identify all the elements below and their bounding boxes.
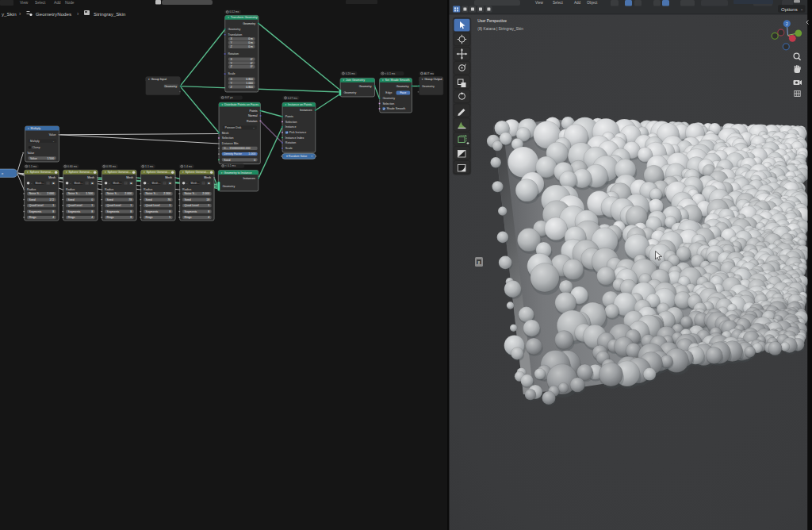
svg-text:0 m: 0 m	[248, 41, 253, 44]
svg-text:0 m: 0 m	[248, 45, 253, 48]
svg-text:⌄: ⌄	[800, 6, 803, 11]
svg-text:Transform Geometry: Transform Geometry	[231, 16, 258, 19]
svg-text:Rings: Rings	[185, 216, 192, 219]
svg-text:View: View	[535, 1, 544, 5]
svg-text:Mesh: Mesh	[87, 176, 94, 179]
svg-text:Points: Points	[285, 115, 293, 118]
svg-text:Sphere Generat…: Sphere Generat…	[147, 171, 170, 174]
svg-text:Options: Options	[781, 7, 798, 12]
svg-text:Value: Value	[49, 133, 56, 136]
svg-text:Geometry: Geometry	[359, 85, 372, 88]
svg-text:Group Output: Group Output	[424, 78, 442, 81]
svg-text:0.27 ms: 0.27 ms	[288, 97, 297, 100]
svg-text:8: 8	[478, 260, 481, 265]
svg-text:Mesh…: Mesh…	[152, 182, 161, 185]
svg-text:Multiply: Multiply	[30, 140, 40, 143]
svg-text:18: 18	[206, 198, 209, 202]
svg-text:Rotation: Rotation	[228, 52, 239, 56]
svg-text:Rings: Rings	[68, 216, 75, 219]
svg-text:Seed: Seed	[185, 198, 191, 202]
svg-text:Instance Index: Instance Index	[285, 136, 304, 140]
svg-text:Scale: Scale	[228, 72, 236, 75]
svg-text:Distribute Points on Faces: Distribute Points on Faces	[224, 103, 259, 106]
svg-text:Geometry: Geometry	[223, 185, 236, 188]
svg-text:4: 4	[91, 216, 93, 219]
svg-text:< 0.1 ms: < 0.1 ms	[225, 164, 236, 167]
svg-text:Group Input: Group Input	[151, 78, 167, 81]
svg-text:Quad Level: Quad Level	[107, 204, 121, 207]
svg-text:4: 4	[52, 216, 54, 219]
svg-text:1: 1	[208, 204, 209, 207]
svg-text:Segments: Segments	[185, 210, 197, 213]
svg-text:Clamp: Clamp	[33, 146, 40, 149]
svg-text:AUT ms: AUT ms	[424, 72, 434, 75]
svg-text:Segments: Segments	[146, 210, 159, 213]
svg-text:0: 0	[91, 198, 93, 202]
svg-text:Join Geometry: Join Geometry	[346, 79, 365, 82]
svg-text:Selection: Selection	[382, 102, 394, 106]
svg-text:Selection: Selection	[285, 121, 297, 124]
svg-text:8: 8	[169, 210, 170, 213]
svg-text:User Perspective: User Perspective	[477, 19, 507, 23]
svg-text:Select: Select	[35, 1, 46, 5]
svg-text:1: 1	[130, 204, 132, 207]
svg-text:607 µs: 607 µs	[225, 96, 234, 99]
svg-text:Seed: Seed	[68, 198, 75, 202]
svg-text:⌄: ⌄	[252, 126, 255, 129]
svg-text:Quad Level: Quad Level	[68, 204, 82, 207]
svg-text:y_Skin: y_Skin	[2, 11, 17, 17]
svg-text:172: 172	[49, 198, 54, 202]
svg-text:Geometry: Geometry	[396, 85, 409, 88]
svg-text:Quad Level: Quad Level	[185, 204, 199, 207]
svg-text:Segments: Segments	[107, 210, 120, 213]
svg-text:0.800: 0.800	[246, 78, 253, 81]
svg-text:0.60 ms: 0.60 ms	[67, 165, 77, 168]
svg-text:8: 8	[130, 210, 132, 213]
svg-text:Noise S…: Noise S…	[107, 192, 120, 195]
svg-text:5: 5	[169, 216, 170, 219]
svg-text:D… 1500000000.000: D… 1500000000.000	[224, 147, 250, 150]
svg-text:Quad Level: Quad Level	[29, 204, 44, 207]
svg-text:Geometry: Geometry	[422, 85, 435, 88]
svg-text:Radius: Radius	[182, 188, 191, 191]
svg-text:□: □	[86, 182, 88, 185]
svg-text:Pick Instance: Pick Instance	[289, 131, 306, 134]
svg-text:Shade Smooth: Shade Smooth	[386, 107, 405, 110]
svg-text:Radius: Radius	[105, 188, 113, 191]
svg-text:▾ Random Value: ▾ Random Value	[286, 155, 307, 158]
svg-text:Mesh: Mesh	[165, 176, 172, 179]
svg-text:Mesh…: Mesh…	[191, 182, 200, 185]
svg-text:Geometry: Geometry	[228, 28, 241, 31]
svg-text:Quad Level: Quad Level	[146, 204, 160, 207]
svg-text:Edge: Edge	[385, 91, 392, 94]
svg-text:Rotation: Rotation	[285, 141, 296, 144]
svg-text:Radius: Radius	[27, 188, 36, 191]
svg-text:Rings: Rings	[146, 216, 153, 219]
svg-text:Rotation: Rotation	[247, 120, 257, 123]
svg-text:Geometry to Instance: Geometry to Instance	[224, 171, 251, 175]
svg-text:8: 8	[52, 210, 54, 213]
svg-text:2.000: 2.000	[47, 192, 54, 195]
svg-text:□: □	[203, 182, 205, 185]
svg-text:Segments: Segments	[68, 210, 81, 213]
svg-text:1: 1	[169, 204, 170, 207]
svg-text:4: 4	[208, 216, 209, 219]
svg-text:Rings: Rings	[29, 216, 36, 219]
svg-text:Geometry: Geometry	[164, 85, 177, 88]
svg-text:Geometry: Geometry	[344, 91, 357, 94]
svg-text:0: 0	[254, 159, 255, 162]
svg-text:1: 1	[52, 204, 54, 207]
svg-text:⌄: ⌄	[31, 182, 33, 185]
svg-text:Mesh: Mesh	[126, 176, 133, 179]
svg-text:Normal: Normal	[248, 114, 258, 117]
svg-text:0°: 0°	[251, 58, 254, 61]
svg-text:Noise S…: Noise S…	[185, 192, 197, 195]
svg-text:1.000: 1.000	[248, 152, 255, 156]
svg-text:76: 76	[167, 198, 170, 202]
svg-text:Seed: Seed	[146, 198, 152, 202]
svg-text:Value: Value	[30, 157, 37, 160]
svg-text:□: □	[164, 182, 166, 185]
svg-text:Multiply: Multiply	[31, 127, 41, 130]
svg-text:Mesh…: Mesh…	[36, 182, 44, 185]
svg-text:78: 78	[128, 198, 132, 202]
